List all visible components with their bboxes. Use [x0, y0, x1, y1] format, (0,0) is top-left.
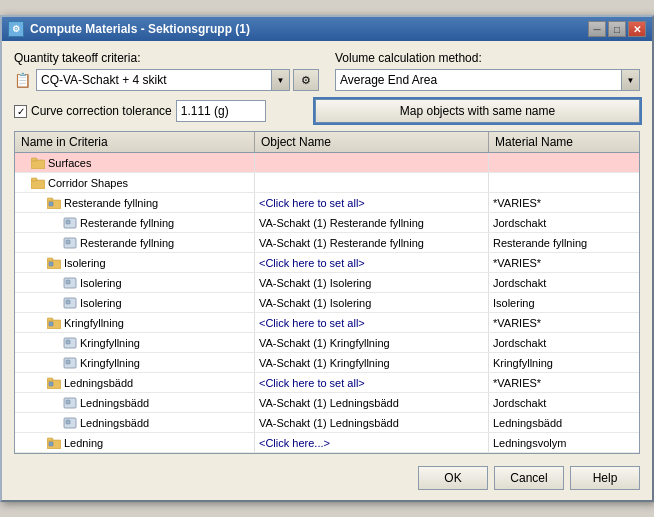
materials-table: Name in Criteria Object Name Material Na… [14, 131, 640, 454]
material-cell: Jordschakt [489, 393, 639, 412]
col-name: Name in Criteria [15, 132, 255, 152]
name-cell: Kringfyllning [15, 333, 255, 352]
main-window: ⚙ Compute Materials - Sektionsgrupp (1) … [0, 15, 654, 502]
quantity-label: Quantity takeoff criteria: [14, 51, 319, 65]
name-cell: Resterande fyllning [15, 213, 255, 232]
svg-rect-6 [49, 202, 53, 206]
svg-rect-15 [66, 280, 70, 284]
col-material: Material Name [489, 132, 639, 152]
table-row[interactable]: Resterande fyllning<Click here to set al… [15, 193, 639, 213]
name-text: Ledningsbädd [80, 397, 149, 409]
volume-section: Volume calculation method: ▼ [335, 51, 640, 91]
shape-icon [63, 277, 77, 289]
svg-rect-1 [31, 158, 37, 161]
svg-rect-24 [66, 360, 70, 364]
object-cell[interactable]: <Click here...> [255, 433, 489, 452]
object-cell[interactable]: <Click here to set all> [255, 193, 489, 212]
table-row[interactable]: Resterande fyllningVA-Schakt (1) Restera… [15, 233, 639, 253]
name-text: Kringfyllning [64, 317, 124, 329]
minimize-button[interactable]: ─ [588, 21, 606, 37]
material-cell: *VARIES* [489, 373, 639, 392]
svg-rect-10 [66, 240, 70, 244]
tolerance-input[interactable] [176, 100, 266, 122]
object-cell: VA-Schakt (1) Isolering [255, 293, 489, 312]
name-cell: Isolering [15, 293, 255, 312]
object-cell: VA-Schakt (1) Isolering [255, 273, 489, 292]
table-row[interactable]: Ledningsbädd<Click here to set all>*VARI… [15, 373, 639, 393]
table-row[interactable]: Kringfyllning<Click here to set all>*VAR… [15, 313, 639, 333]
maximize-button[interactable]: □ [608, 21, 626, 37]
table-row[interactable]: KringfyllningVA-Schakt (1) Kringfyllning… [15, 333, 639, 353]
material-cell: Resterande fyllning [489, 233, 639, 252]
table-row[interactable]: Corridor Shapes [15, 173, 639, 193]
quantity-dropdown[interactable]: ▼ [36, 69, 290, 91]
close-button[interactable]: ✕ [628, 21, 646, 37]
material-cell [489, 153, 639, 172]
table-row[interactable]: IsoleringVA-Schakt (1) IsoleringIsolerin… [15, 293, 639, 313]
name-cell: Resterande fyllning [15, 233, 255, 252]
table-row[interactable]: Isolering<Click here to set all>*VARIES* [15, 253, 639, 273]
material-cell: Kringfyllning [489, 353, 639, 372]
material-cell: Isolering [489, 293, 639, 312]
name-text: Resterande fyllning [64, 197, 158, 209]
curve-correction-check-group: ✓ Curve correction tolerance [14, 100, 305, 122]
volume-input[interactable] [336, 70, 621, 90]
svg-rect-12 [47, 258, 53, 261]
object-cell [255, 173, 489, 192]
table-row[interactable]: Resterande fyllningVA-Schakt (1) Restera… [15, 213, 639, 233]
help-button[interactable]: Help [570, 466, 640, 490]
table-row[interactable]: IsoleringVA-Schakt (1) IsoleringJordscha… [15, 273, 639, 293]
name-cell: Surfaces [15, 153, 255, 172]
name-text: Surfaces [48, 157, 91, 169]
name-text: Resterande fyllning [80, 237, 174, 249]
name-cell: Kringfyllning [15, 313, 255, 332]
quantity-dropdown-arrow[interactable]: ▼ [271, 70, 289, 90]
svg-rect-27 [49, 382, 53, 386]
quantity-settings-button[interactable]: ⚙ [293, 69, 319, 91]
curve-correction-label: Curve correction tolerance [31, 104, 172, 118]
name-cell: Ledningsbädd [15, 413, 255, 432]
object-cell: VA-Schakt (1) Kringfyllning [255, 353, 489, 372]
material-cell [489, 173, 639, 192]
object-cell[interactable]: <Click here to set all> [255, 253, 489, 272]
map-objects-button[interactable]: Map objects with same name [315, 99, 640, 123]
svg-rect-5 [47, 198, 53, 201]
curve-correction-row: ✓ Curve correction tolerance Map objects… [14, 99, 640, 123]
svg-rect-22 [66, 340, 70, 344]
curve-correction-checkbox[interactable]: ✓ [14, 105, 27, 118]
svg-rect-17 [66, 300, 70, 304]
table-row[interactable]: Surfaces [15, 153, 639, 173]
table-row[interactable]: LedningsbäddVA-Schakt (1) LedningsbäddLe… [15, 413, 639, 433]
window-icon: ⚙ [8, 21, 24, 37]
table-row[interactable]: KringfyllningVA-Schakt (1) Kringfyllning… [15, 353, 639, 373]
name-text: Ledningsbädd [64, 377, 133, 389]
material-cell: Jordschakt [489, 213, 639, 232]
name-cell: Isolering [15, 253, 255, 272]
object-cell: VA-Schakt (1) Ledningsbädd [255, 413, 489, 432]
table-row[interactable]: Ledning<Click here...>Ledningsvolym [15, 433, 639, 453]
dialog-content: Quantity takeoff criteria: 📋 ▼ ⚙ Volume … [2, 41, 652, 500]
svg-rect-20 [49, 322, 53, 326]
object-cell[interactable]: <Click here to set all> [255, 313, 489, 332]
quantity-input[interactable] [37, 70, 271, 90]
object-cell [255, 153, 489, 172]
shape-icon [63, 337, 77, 349]
qty-icon: 📋 [14, 72, 31, 88]
svg-rect-19 [47, 318, 53, 321]
object-cell[interactable]: <Click here to set all> [255, 373, 489, 392]
table-row[interactable]: LedningsbäddVA-Schakt (1) LedningsbäddJo… [15, 393, 639, 413]
cancel-button[interactable]: Cancel [494, 466, 564, 490]
table-header: Name in Criteria Object Name Material Na… [15, 132, 639, 153]
material-cell: *VARIES* [489, 253, 639, 272]
name-text: Kringfyllning [80, 357, 140, 369]
volume-dropdown-arrow[interactable]: ▼ [621, 70, 639, 90]
name-text: Isolering [80, 277, 122, 289]
table-body: SurfacesCorridor ShapesResterande fyllni… [15, 153, 639, 453]
volume-dropdown[interactable]: ▼ [335, 69, 640, 91]
material-cell: *VARIES* [489, 193, 639, 212]
svg-rect-8 [66, 220, 70, 224]
shape-icon [63, 237, 77, 249]
shape-icon [63, 297, 77, 309]
ok-button[interactable]: OK [418, 466, 488, 490]
svg-rect-33 [47, 438, 53, 441]
